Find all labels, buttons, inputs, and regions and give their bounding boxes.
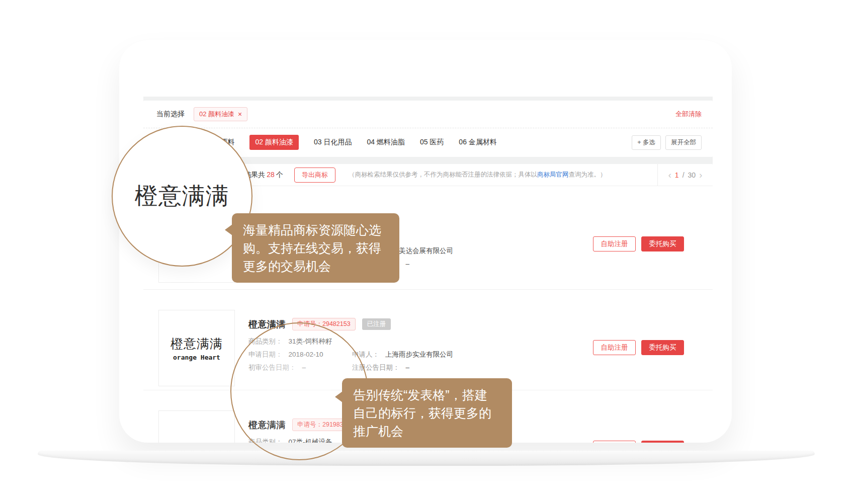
- pagination: ‹ 1 / 30 ›: [657, 164, 713, 186]
- clear-all-link[interactable]: 全部清除: [675, 110, 702, 119]
- category-item-06[interactable]: 06 金属材料: [459, 138, 496, 147]
- prev-page-icon[interactable]: ‹: [668, 171, 671, 180]
- export-trademarks-button[interactable]: 导出商标: [294, 167, 335, 183]
- trademark-image: 橙意满满: [158, 410, 235, 443]
- self-register-button[interactable]: 自助注册: [593, 340, 636, 355]
- category-item-02-active[interactable]: 02 颜料油漆: [249, 135, 298, 150]
- multi-select-button[interactable]: + 多选: [632, 135, 661, 150]
- current-selection-label: 当前选择: [156, 110, 185, 119]
- row-actions: 自助注册 委托购买: [593, 441, 684, 443]
- results-summary-unit: 个: [276, 171, 283, 179]
- page-separator: /: [683, 171, 685, 179]
- trademark-office-link[interactable]: 商标局官网: [537, 171, 569, 178]
- registration-publication-value: –: [406, 363, 410, 373]
- results-count: 28: [265, 171, 276, 179]
- tooltip-line: 更多的交易机会: [243, 257, 388, 275]
- laptop-base: [38, 451, 815, 466]
- current-page: 1: [675, 171, 679, 179]
- category-tools: + 多选 展开全部: [632, 135, 702, 150]
- magnifier-lens-top: 橙意满满: [112, 126, 252, 267]
- self-register-button[interactable]: 自助注册: [593, 236, 636, 251]
- selected-filter-tag-label: 02 颜料油漆: [199, 110, 234, 119]
- remove-tag-icon[interactable]: ×: [238, 111, 242, 118]
- trademark-image-subtext: orange Heart: [173, 354, 220, 361]
- row-actions: 自助注册 委托购买: [593, 236, 684, 251]
- trademark-image: 橙意满满 orange Heart: [158, 310, 235, 386]
- category-item-03[interactable]: 03 日化用品: [314, 138, 352, 147]
- disclaimer-prefix: （商标检索结果仅供参考，不作为商标能否注册的法律依据；具体以: [349, 171, 537, 178]
- callout-tooltip-marketplace: 海量精品商标资源随心选 购。支持在线交易，获得 更多的交易机会: [232, 213, 399, 283]
- page: 当前选择 02 颜料油漆 × 全部清除 商标分类 01 化学原料 02 颜料油漆…: [0, 0, 853, 504]
- table-row: 橙意满满 orange Heart 橙意满满 申请号：29482153 已注册 …: [143, 289, 713, 390]
- self-register-button[interactable]: 自助注册: [593, 441, 636, 443]
- selected-filter-tag[interactable]: 02 颜料油漆 ×: [194, 107, 247, 121]
- row-actions: 自助注册 委托购买: [593, 340, 684, 355]
- applicant-value: 上海雨步实业有限公司: [385, 350, 453, 360]
- category-list: 01 化学原料 02 颜料油漆 03 日化用品 04 燃料油脂 05 医药 06…: [197, 135, 497, 150]
- entrust-buy-button[interactable]: 委托购买: [641, 236, 684, 251]
- trademark-image-text: 橙意满满: [175, 442, 219, 443]
- next-page-icon[interactable]: ›: [699, 171, 702, 180]
- application-number-value: 29482153: [322, 320, 351, 327]
- tooltip-line: 海量精品商标资源随心选: [243, 221, 388, 239]
- callout-tooltip-promotion: 告别传统“发表格”，搭建 自己的标行，获得更多的 推广机会: [342, 378, 512, 448]
- status-badge: 已注册: [362, 318, 391, 330]
- expand-all-button[interactable]: 展开全部: [665, 135, 702, 150]
- trademark-image-text: 橙意满满: [170, 335, 223, 352]
- total-pages: 30: [688, 171, 696, 179]
- entrust-buy-button[interactable]: 委托购买: [641, 441, 684, 443]
- tooltip-line: 推广机会: [353, 422, 501, 440]
- results-disclaimer: （商标检索结果仅供参考，不作为商标能否注册的法律依据；具体以商标局官网查询为准。…: [349, 171, 607, 179]
- disclaimer-suffix: 查询为准。）: [568, 171, 606, 178]
- registration-publication-value: –: [406, 259, 410, 269]
- category-item-04[interactable]: 04 燃料油脂: [367, 138, 404, 147]
- current-selection-row: 当前选择 02 颜料油漆 × 全部清除: [143, 101, 713, 128]
- tooltip-line: 自己的标行，获得更多的: [353, 404, 501, 422]
- category-item-05[interactable]: 05 医药: [420, 138, 444, 147]
- tooltip-line: 购。支持在线交易，获得: [243, 239, 388, 257]
- tooltip-line: 告别传统“发表格”，搭建: [353, 386, 501, 404]
- entrust-buy-button[interactable]: 委托购买: [641, 340, 684, 355]
- magnified-trademark-text: 橙意满满: [135, 181, 229, 212]
